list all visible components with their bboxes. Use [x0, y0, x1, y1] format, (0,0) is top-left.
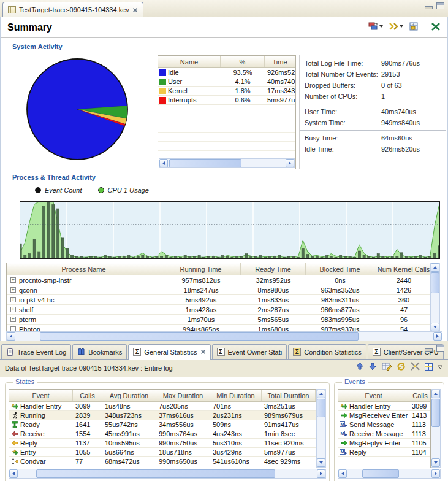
edit-columns-button[interactable]: [382, 362, 392, 372]
scroll-right-icon[interactable]: [431, 469, 440, 478]
column-header[interactable]: Total Duration: [262, 390, 316, 401]
chevron-down-icon[interactable]: [379, 25, 383, 28]
process-row[interactable]: +qconn18ms247us8ms980us963ms352us1426: [7, 285, 432, 295]
column-header[interactable]: Running Time: [161, 263, 241, 275]
scroll-left-icon[interactable]: [159, 159, 168, 167]
scroll-left-icon[interactable]: [9, 469, 18, 478]
column-header[interactable]: %: [221, 56, 265, 67]
horizontal-scrollbar[interactable]: [338, 469, 441, 479]
state-row[interactable]: Condvar7768ms472us990ms650us541us610ns4s…: [9, 457, 316, 466]
scroll-up-icon[interactable]: [431, 390, 440, 398]
column-header[interactable]: Max Duration: [156, 390, 210, 401]
chevron-down-icon[interactable]: [400, 25, 403, 28]
view-tab-trace-event-log[interactable]: Trace Event Log: [1, 344, 71, 359]
scroll-left-icon[interactable]: [338, 469, 347, 478]
event-row[interactable]: MSend Message1113: [338, 420, 430, 429]
column-header[interactable]: Process Name: [7, 263, 161, 275]
state-row[interactable]: Entry10555us664ns18us718ns3us429ns5ms977…: [9, 448, 316, 457]
view-tab-bookmarks[interactable]: Bookmarks: [72, 344, 127, 359]
lock-table-button[interactable]: [408, 21, 419, 31]
pane-navigate-button[interactable]: [388, 21, 404, 31]
column-header[interactable]: Min Duration: [210, 390, 262, 401]
bottom-window-buttons: [425, 345, 444, 352]
page-title: Summary: [7, 22, 52, 33]
process-row[interactable]: +procnto-smp-instr957ms812us32ms952us0ns…: [7, 275, 432, 285]
maximize-icon[interactable]: [436, 2, 444, 9]
table-cell: MReply: [338, 448, 409, 456]
horizontal-scrollbar[interactable]: [6, 331, 442, 341]
vertical-scrollbar[interactable]: [430, 263, 440, 332]
scroll-left-icon[interactable]: [7, 332, 15, 341]
table-cell: 45ms991us: [102, 430, 156, 437]
scroll-right-icon[interactable]: [286, 159, 294, 167]
scroll-down-icon[interactable]: [431, 323, 439, 331]
table-row[interactable]: Kernel1.8%17ms343u: [158, 87, 295, 96]
state-row[interactable]: Receive155445ms991us990ms764us4us243ns1m…: [9, 429, 316, 439]
column-header[interactable]: Num Kernel Calls: [374, 263, 433, 275]
scroll-up-icon[interactable]: [431, 263, 439, 272]
process-row[interactable]: +io-pkt-v4-hc5ms492us1ms833us983ms311us3…: [7, 295, 432, 305]
expand-toggle-icon[interactable]: +: [10, 307, 16, 312]
view-tab-event-owner-stati[interactable]: ΣEvent Owner Stati: [212, 344, 287, 359]
event-row[interactable]: MReply1104: [338, 448, 430, 457]
column-header[interactable]: Calls: [73, 390, 102, 401]
state-row[interactable]: Ready164155us742ns34ms556us509ns91ms417u…: [9, 420, 316, 429]
editor-tab-bar: TestTarget-trace-090415-104334.kev: [0, 0, 448, 17]
scroll-right-icon[interactable]: [433, 332, 442, 341]
process-row[interactable]: +shelf1ms428us2ms287us986ms877us47: [7, 305, 432, 315]
column-header[interactable]: Event: [9, 390, 73, 401]
expand-toggle-icon[interactable]: +: [10, 287, 16, 293]
view-tab-general-statistics[interactable]: ΣGeneral Statistics: [128, 344, 210, 359]
vertical-scrollbar[interactable]: [316, 389, 326, 468]
column-header[interactable]: Name: [158, 56, 221, 67]
expand-toggle-icon[interactable]: +: [10, 317, 16, 322]
column-header[interactable]: Time: [265, 56, 295, 67]
table-row[interactable]: User4.1%40ms740u: [158, 77, 295, 87]
maximize-icon[interactable]: [436, 345, 444, 352]
event-row[interactable]: Handler Entry3099: [338, 402, 430, 411]
scroll-up-icon[interactable]: [317, 390, 325, 398]
stat-label: Idle Time:: [305, 145, 381, 153]
process-row[interactable]: +pterm1ms70us5ms565us983ms995us96: [7, 315, 432, 325]
horizontal-scrollbar[interactable]: [9, 469, 326, 479]
minimize-icon[interactable]: [425, 6, 433, 9]
table-cell: 701ns: [210, 402, 262, 410]
event-row[interactable]: MsgReplyv Enter1105: [338, 439, 430, 448]
close-summary-button[interactable]: [431, 22, 441, 31]
table-row[interactable]: Idle93.5%926ms520: [158, 68, 295, 77]
event-row[interactable]: MsgReceivev Enter1413: [338, 411, 430, 420]
column-header[interactable]: Event: [338, 390, 409, 401]
scroll-down-icon[interactable]: [431, 458, 440, 467]
state-row[interactable]: Handler Entry30991us48ns7us205ns701ns3ms…: [9, 402, 316, 411]
scroll-right-icon[interactable]: [317, 469, 325, 478]
minimize-icon[interactable]: [425, 348, 433, 352]
column-header[interactable]: Calls: [409, 390, 431, 401]
expand-toggle-icon[interactable]: +: [10, 297, 16, 302]
column-header[interactable]: Avg Duration: [102, 390, 156, 401]
next-diff-button[interactable]: [369, 362, 377, 372]
state-row[interactable]: Running2839348us723ns37ms616us2us231ns98…: [9, 411, 316, 420]
table-view-icon[interactable]: [425, 363, 433, 371]
tab-close-icon[interactable]: [200, 349, 206, 355]
editor-tab[interactable]: TestTarget-trace-090415-104334.kev: [2, 2, 143, 17]
column-header[interactable]: Blocked Time: [306, 263, 374, 275]
column-header[interactable]: Ready Time: [241, 263, 306, 275]
process-table-header: Process NameRunning TimeReady TimeBlocke…: [7, 263, 432, 275]
state-row[interactable]: Reply113710ms595us990ms750us5us310ns11se…: [9, 439, 316, 448]
handler-entry-icon: [10, 402, 19, 410]
switch-pane-button[interactable]: [368, 21, 384, 31]
refresh-button[interactable]: [397, 362, 406, 372]
horizontal-scrollbar[interactable]: [159, 158, 295, 168]
tab-label: Bookmarks: [88, 348, 122, 356]
collapse-all-button[interactable]: [411, 362, 420, 372]
expand-toggle-icon[interactable]: +: [10, 277, 16, 283]
view-tab-condition-statistics[interactable]: ΣCondition Statistics: [288, 344, 366, 359]
view-menu-icon[interactable]: [438, 363, 443, 371]
stat-value: 29153: [381, 71, 400, 78]
tab-close-icon[interactable]: [132, 7, 138, 13]
prev-diff-button[interactable]: [356, 362, 364, 372]
table-row[interactable]: Interrupts0.6%5ms977us: [158, 96, 295, 105]
scroll-down-icon[interactable]: [317, 458, 325, 467]
vertical-scrollbar[interactable]: [431, 389, 441, 468]
event-row[interactable]: MReceive Message1113: [338, 429, 430, 439]
